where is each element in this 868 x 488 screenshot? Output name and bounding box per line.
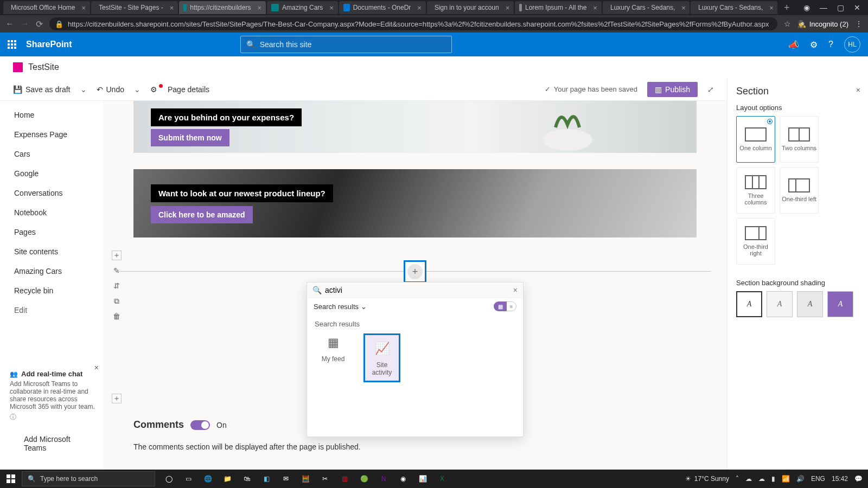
onedrive-icon[interactable]: ☁ (745, 475, 752, 483)
url-input[interactable]: 🔒 https://citizenbuilders.sharepoint.com… (49, 17, 777, 30)
explorer-icon[interactable]: 📁 (219, 471, 235, 486)
add-section-below[interactable]: ＋ (112, 394, 122, 403)
clear-icon[interactable]: × (513, 286, 518, 294)
layout-one-column[interactable]: One column (736, 116, 775, 163)
nav-conversations[interactable]: Conversations (0, 183, 103, 203)
shade-strong[interactable]: A (827, 291, 853, 317)
empty-section[interactable]: + 🔍 × Search results ⌄ ▦ ≡ Search result… (103, 254, 727, 395)
browser-tab[interactable]: Documents - OneDr× (339, 1, 426, 14)
avatar[interactable]: HL (844, 36, 860, 53)
nav-notebook[interactable]: Notebook (0, 203, 103, 222)
store-icon[interactable]: 🛍 (239, 471, 255, 486)
close-icon[interactable]: × (506, 4, 510, 12)
browser-tab[interactable]: Amazing Cars× (267, 1, 338, 14)
chevron-down-icon[interactable]: ⌄ (134, 85, 141, 94)
grid-view-icon[interactable]: ▦ (494, 301, 507, 311)
minimize-icon[interactable]: — (820, 3, 827, 12)
reload-icon[interactable]: ⟳ (36, 19, 43, 29)
teams-link[interactable]: Add Microsoft Teams (10, 429, 97, 458)
save-draft-button[interactable]: 💾Save as draft (13, 85, 71, 94)
info-icon[interactable]: ⓘ (10, 413, 97, 422)
webpart-search-input[interactable] (325, 286, 513, 294)
close-icon[interactable]: × (81, 4, 86, 12)
app-icon[interactable]: ▥ (336, 471, 353, 486)
weather-widget[interactable]: ☀17°C Sunny (685, 475, 729, 483)
forward-icon[interactable]: → (21, 19, 29, 29)
add-webpart-button[interactable]: + (404, 260, 426, 283)
shade-neutral[interactable]: A (767, 291, 793, 317)
nav-google[interactable]: Google (0, 164, 103, 183)
nav-edit[interactable]: Edit (0, 300, 103, 320)
nav-site-contents[interactable]: Site contents (0, 242, 103, 261)
publish-button[interactable]: ▥Publish (647, 82, 698, 97)
layout-two-columns[interactable]: Two columns (780, 116, 819, 163)
account-icon[interactable]: ◉ (803, 3, 810, 12)
app-icon[interactable]: 📊 (414, 471, 431, 486)
layout-one-third-left[interactable]: One-third left (780, 167, 819, 214)
chevron-down-icon[interactable]: ⌄ (80, 85, 87, 94)
app-icon[interactable]: ◧ (258, 471, 275, 486)
onedrive-icon[interactable]: ☁ (758, 475, 765, 483)
back-icon[interactable]: ← (5, 19, 14, 29)
cortana-icon[interactable]: ▭ (180, 471, 196, 486)
close-icon[interactable]: × (94, 363, 99, 372)
help-icon[interactable]: ? (828, 40, 833, 49)
hero-webpart-2[interactable]: Want to look at our newest product lineu… (133, 169, 697, 237)
close-icon[interactable]: × (257, 4, 261, 12)
close-icon[interactable]: × (856, 86, 860, 94)
nav-expenses[interactable]: Expenses Page (0, 125, 103, 144)
nav-cars[interactable]: Cars (0, 144, 103, 164)
mail-icon[interactable]: ✉ (278, 471, 294, 486)
new-tab-button[interactable]: + (778, 2, 795, 14)
browser-tab[interactable]: Luxury Cars - Sedans,× (603, 1, 690, 14)
taskbar-search[interactable]: 🔍Type here to search (22, 471, 155, 486)
snip-icon[interactable]: ✂ (317, 471, 333, 486)
browser-tab[interactable]: Sign in to your accoun× (427, 1, 514, 14)
close-icon[interactable]: × (170, 4, 174, 12)
layout-one-third-right[interactable]: One-third right (736, 218, 775, 265)
gear-icon[interactable]: ⚙ (810, 40, 818, 50)
volume-icon[interactable]: 🔊 (796, 475, 805, 483)
browser-tab[interactable]: TestSite - Site Pages -× (91, 1, 178, 14)
page-details-button[interactable]: ⚙Page details (150, 85, 209, 94)
incognito-badge[interactable]: 🕵️Incognito (2) (797, 20, 848, 28)
view-toggle[interactable]: ▦ ≡ (494, 301, 516, 311)
app-launcher-icon[interactable] (0, 40, 24, 49)
chevron-up-icon[interactable]: ˄ (736, 475, 739, 483)
language-indicator[interactable]: ENG (811, 475, 825, 483)
close-icon[interactable]: × (593, 4, 597, 12)
chrome-icon[interactable]: 🟢 (356, 471, 372, 486)
browser-tab[interactable]: Luxury Cars - Sedans,× (691, 1, 777, 14)
battery-icon[interactable]: ▮ (771, 475, 775, 483)
close-window-icon[interactable]: ✕ (854, 3, 860, 12)
site-name[interactable]: TestSite (28, 62, 59, 72)
edge-icon[interactable]: 🌐 (200, 471, 216, 486)
megaphone-icon[interactable]: 📣 (788, 40, 799, 50)
shade-none[interactable]: A (736, 291, 762, 317)
maximize-icon[interactable]: ▢ (837, 3, 844, 12)
webpart-site-activity[interactable]: 📈 Site activity (363, 333, 400, 382)
calc-icon[interactable]: 🧮 (297, 471, 314, 486)
results-dropdown[interactable]: Search results ⌄ (314, 303, 367, 311)
nav-pages[interactable]: Pages (0, 222, 103, 242)
browser-tab[interactable]: Microsoft Office Home× (3, 1, 90, 14)
close-icon[interactable]: × (417, 4, 422, 12)
comments-toggle[interactable] (190, 420, 210, 430)
list-view-icon[interactable]: ≡ (507, 301, 516, 311)
search-input[interactable]: 🔍 Search this site (240, 36, 452, 53)
onenote-icon[interactable]: N (375, 471, 392, 486)
close-icon[interactable]: × (769, 4, 774, 12)
obs-icon[interactable]: ◉ (395, 471, 411, 486)
nav-recycle-bin[interactable]: Recycle bin (0, 281, 103, 300)
nav-amazing-cars[interactable]: Amazing Cars (0, 261, 103, 281)
layout-three-columns[interactable]: Three columns (736, 167, 775, 214)
undo-button[interactable]: ↶Undo (97, 85, 124, 94)
start-button[interactable] (0, 474, 22, 483)
task-view-icon[interactable]: ◯ (161, 471, 177, 486)
close-icon[interactable]: × (329, 4, 334, 12)
close-icon[interactable]: × (681, 4, 686, 12)
browser-tab[interactable]: Lorem Ipsum - All the× (515, 1, 602, 14)
nav-home[interactable]: Home (0, 105, 103, 125)
wifi-icon[interactable]: 📶 (782, 475, 790, 483)
kebab-menu-icon[interactable]: ⋮ (855, 20, 863, 28)
